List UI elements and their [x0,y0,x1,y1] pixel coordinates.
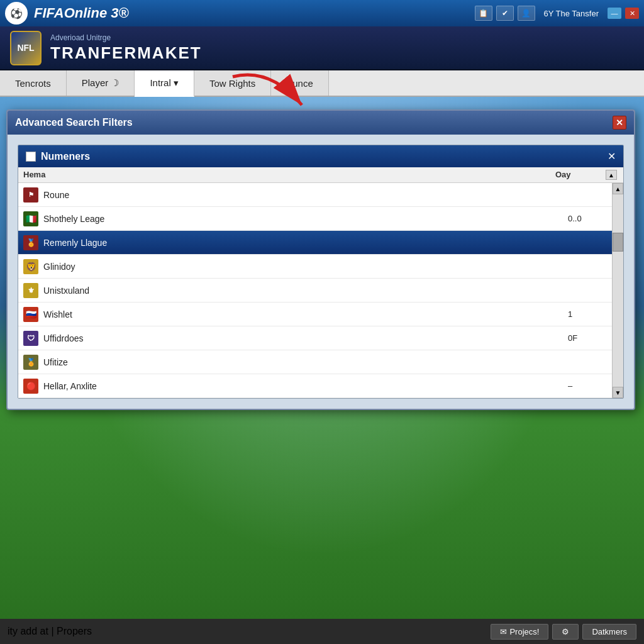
scroll-down-button[interactable]: ▼ [613,387,623,398]
row-name: Unistxuland [43,286,568,296]
row-name: Hellar, Anxlite [43,381,568,391]
datkmers-button[interactable]: Datkmers [582,624,636,640]
nfl-logo-text: NFL [17,43,34,53]
list-header-left: Numeners [26,151,90,162]
modal-close-button[interactable]: ✕ [613,116,626,130]
logo-icon: ⚽ [10,8,23,19]
row-icon: 🦁 [23,259,38,274]
list-item[interactable]: 🛡 Uffidrdoes 0F [18,326,623,350]
statusbar: ity add at | Propers ✉ Projecs! ⚙ Datkme… [0,619,644,644]
row-name: Uffidrdoes [43,333,568,343]
list-item[interactable]: 🏅 Ufitize [18,350,623,374]
row-value: 0..0 [568,214,618,223]
list-item[interactable]: 🇷🇺 Wishlet 1 [18,303,623,326]
scroll-up-btn[interactable]: ▲ [606,170,618,180]
status-text: ity add at | Propers [8,626,92,637]
row-name: Roune [43,190,568,200]
row-icon: 🇮🇹 [23,211,38,226]
titlebar-controls: 📋 ✔ 👤 6Y The Tansfer — ✕ [475,6,639,21]
scroll-thumb[interactable] [613,233,623,252]
list-header-checkbox[interactable] [26,152,36,162]
tab-sunce[interactable]: Sunce [271,70,329,96]
row-icon: 🏅 [23,235,38,250]
row-icon: 🏅 [23,355,38,370]
list-item[interactable]: ⚑ Roune [18,183,623,207]
scroll-up-button[interactable]: ▲ [613,183,623,194]
col-header-value: Oay [555,170,606,180]
list-item[interactable]: ⚜ Unistxuland [18,279,623,303]
app-logo: ⚽ [5,2,28,25]
settings-button[interactable]: ⚙ [552,624,579,640]
window-close-button[interactable]: ✕ [625,8,639,19]
tab-player[interactable]: Player ☽ [67,70,135,96]
list-item[interactable]: 🇮🇹 Shothely Leage 0..0 [18,207,623,231]
main-area: Advanced Search Filters ✕ Numeners ✕ Hem… [0,97,644,619]
tab-tow-rights[interactable]: Tow Rights [194,70,271,96]
list-scrollbar[interactable]: ▲ ▼ [612,183,623,398]
column-headers: Hema Oay ▲ [18,167,623,183]
list-item[interactable]: 🦁 Glinidoy [18,255,623,279]
row-name: Wishlet [43,309,568,319]
col-header-name: Hema [23,170,555,180]
statusbar-right: ✉ Projecs! ⚙ Datkmers [491,624,636,640]
row-value: – [568,381,618,391]
brand-title: TRANFERMAKET [50,43,202,63]
brand-subtitle: Adverioad Unitrge [50,33,202,42]
list-item[interactable]: 🔴 Hellar, Anxlite – [18,374,623,398]
titlebar-user-text: 6Y The Tansfer [544,9,599,18]
minimize-button[interactable]: — [608,8,621,19]
row-name: Ufitize [43,357,568,367]
row-name: Glinidoy [43,262,568,272]
brandbar: NFL Adverioad Unitrge TRANFERMAKET [0,26,644,70]
row-icon: 🔴 [23,379,38,394]
list-panel: Numeners ✕ Hema Oay ▲ ⚑ [18,145,624,399]
user-icon-btn[interactable]: 👤 [518,6,535,21]
check-icon-btn[interactable]: ✔ [496,6,514,21]
projects-label: Projecs! [509,627,539,636]
row-value: 1 [568,309,618,319]
calendar-icon-btn[interactable]: 📋 [475,6,492,21]
tab-tencrots[interactable]: Tencrots [0,70,67,96]
row-icon: 🇷🇺 [23,307,38,322]
list-rows: ⚑ Roune 🇮🇹 Shothely Leage 0..0 🏅 Remenly… [18,183,623,398]
datkmers-label: Datkmers [592,627,627,636]
mail-icon: ✉ [500,627,507,636]
advanced-search-filters-modal: Advanced Search Filters ✕ Numeners ✕ Hem… [6,109,635,410]
scroll-up-arrow[interactable]: ▲ [606,170,617,180]
row-icon: ⚜ [23,283,38,298]
modal-body: Numeners ✕ Hema Oay ▲ ⚑ [8,135,634,409]
row-value: 0F [568,333,618,343]
row-name: Remenly Llague [43,238,568,248]
gear-icon: ⚙ [562,627,569,636]
titlebar: ⚽ FIFAOnline 3® 📋 ✔ 👤 6Y The Tansfer — ✕ [0,0,644,26]
navtabs: Tencrots Player ☽ Intral ▾ Tow Rights Su… [0,70,644,97]
list-close-button[interactable]: ✕ [608,150,616,162]
row-icon: 🛡 [23,331,38,346]
brand-text: Adverioad Unitrge TRANFERMAKET [50,33,202,63]
scroll-track [613,194,623,387]
modal-title: Advanced Search Filters [15,117,133,128]
modal-titlebar: Advanced Search Filters ✕ [8,111,634,135]
list-item-selected[interactable]: 🏅 Remenly Llague [18,231,623,255]
titlebar-left: ⚽ FIFAOnline 3® [5,2,129,25]
list-header-title: Numeners [41,151,90,162]
app-title: FIFAOnline 3® [34,5,129,21]
row-name: Shothely Leage [43,214,568,224]
row-icon: ⚑ [23,187,38,203]
list-panel-header: Numeners ✕ [18,145,623,167]
projects-button[interactable]: ✉ Projecs! [491,624,548,640]
nfl-logo: NFL [10,31,42,65]
tab-intral[interactable]: Intral ▾ [135,70,194,97]
